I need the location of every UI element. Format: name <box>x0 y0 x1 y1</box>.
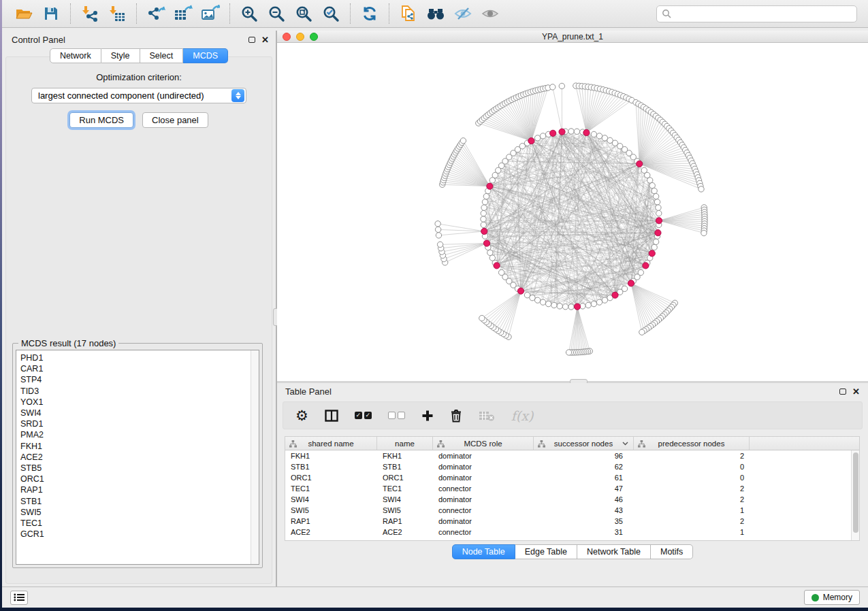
memory-button[interactable]: Memory <box>804 590 860 605</box>
table-row-YOX1[interactable]: YOX1YOX1connector291 <box>285 538 851 540</box>
mcds-result-item[interactable]: RAP1 <box>16 484 259 495</box>
column-header-name[interactable]: name <box>377 437 433 450</box>
network-node[interactable] <box>545 301 551 306</box>
hide-selected-button[interactable] <box>451 3 475 24</box>
mcds-node[interactable] <box>550 130 556 136</box>
mcds-node[interactable] <box>559 129 565 135</box>
network-node[interactable] <box>481 205 487 210</box>
mcds-node[interactable] <box>655 230 661 236</box>
table-row-RAP1[interactable]: RAP1RAP1dominator352 <box>285 516 851 527</box>
network-node[interactable] <box>585 302 591 308</box>
column-header-shared-name[interactable]: shared name <box>285 437 377 450</box>
float-panel-icon[interactable] <box>839 389 846 395</box>
mcds-result-item[interactable]: SRD1 <box>16 418 259 429</box>
mcds-result-item[interactable]: ORC1 <box>16 474 259 484</box>
run-mcds-button[interactable]: Run MCDS <box>69 112 133 128</box>
mcds-result-list[interactable]: PHD1CAR1STP4TID3YOX1SWI4SRD1PMA2FKH1ACE2… <box>16 350 259 565</box>
table-row-FKH1[interactable]: FKH1FKH1dominator962 <box>285 450 851 461</box>
leaf-node[interactable] <box>639 329 645 335</box>
export-network-button[interactable] <box>144 3 168 24</box>
network-node[interactable] <box>482 199 487 205</box>
mcds-result-item[interactable]: STB5 <box>16 463 259 474</box>
tab-mcds[interactable]: MCDS <box>183 48 228 63</box>
save-session-button[interactable] <box>39 3 63 24</box>
float-panel-icon[interactable] <box>248 37 255 43</box>
mcds-result-item[interactable]: SWI4 <box>16 408 259 418</box>
network-node[interactable] <box>540 133 545 139</box>
network-node[interactable] <box>524 293 530 298</box>
search-network-button[interactable] <box>423 3 448 24</box>
close-panel-icon[interactable]: ✕ <box>852 387 860 396</box>
network-node[interactable] <box>568 129 574 134</box>
leaf-node[interactable] <box>479 315 485 320</box>
table-row-SWI4[interactable]: SWI4SWI4dominator462 <box>285 494 851 505</box>
mcds-node[interactable] <box>494 263 500 269</box>
mcds-node[interactable] <box>483 240 489 246</box>
mcds-node[interactable] <box>649 250 655 257</box>
leaf-node[interactable] <box>436 233 441 238</box>
mcds-result-item[interactable]: ACE2 <box>16 452 259 463</box>
network-node[interactable] <box>596 299 602 305</box>
delete-column-button[interactable] <box>450 406 462 426</box>
network-node[interactable] <box>489 255 495 261</box>
network-node[interactable] <box>568 304 574 310</box>
network-node[interactable] <box>487 250 493 255</box>
mcds-node[interactable] <box>574 303 580 310</box>
show-columns-button[interactable] <box>325 406 338 426</box>
network-node[interactable] <box>596 133 602 139</box>
leaf-node[interactable] <box>566 350 571 355</box>
mcds-node[interactable] <box>517 288 524 294</box>
mcds-result-item[interactable]: SWI5 <box>16 507 259 518</box>
close-panel-button[interactable]: Close panel <box>142 112 208 128</box>
export-image-button[interactable] <box>198 3 223 24</box>
network-canvas[interactable] <box>277 43 868 381</box>
table-scrollbar-thumb[interactable] <box>853 452 858 533</box>
network-node[interactable] <box>652 188 657 193</box>
mcds-node[interactable] <box>628 280 634 286</box>
tab-select[interactable]: Select <box>140 48 184 63</box>
network-node[interactable] <box>551 302 557 308</box>
mcds-node[interactable] <box>612 292 618 298</box>
refresh-view-button[interactable] <box>357 3 382 24</box>
network-node[interactable] <box>656 205 661 210</box>
network-node[interactable] <box>481 222 486 227</box>
mcds-result-item[interactable]: TID3 <box>16 386 259 397</box>
leaf-node[interactable] <box>698 186 704 192</box>
column-header-MCDS-role[interactable]: MCDS role <box>433 437 534 450</box>
mcds-result-item[interactable]: YOX1 <box>16 397 259 408</box>
network-node[interactable] <box>481 210 486 216</box>
network-node[interactable] <box>649 182 655 188</box>
network-node[interactable] <box>562 304 568 310</box>
mcds-result-item[interactable]: GCR1 <box>16 529 259 540</box>
network-node[interactable] <box>498 269 504 275</box>
open-file-button[interactable] <box>12 3 36 24</box>
network-node[interactable] <box>557 303 562 309</box>
network-node[interactable] <box>534 135 540 141</box>
column-header-predecessor-nodes[interactable]: predecessor nodes <box>634 437 750 450</box>
network-node[interactable] <box>654 199 660 205</box>
mcds-result-item[interactable]: CAR1 <box>16 363 259 374</box>
network-node[interactable] <box>653 193 658 199</box>
leaf-node[interactable] <box>701 230 707 235</box>
leaf-node[interactable] <box>435 221 440 227</box>
network-node[interactable] <box>602 135 607 141</box>
create-column-button[interactable] <box>421 406 434 426</box>
tab-motifs[interactable]: Motifs <box>651 544 693 559</box>
table-row-STB1[interactable]: STB1STB1dominator620 <box>285 461 851 472</box>
import-table-button[interactable] <box>105 3 129 24</box>
network-node[interactable] <box>483 193 489 199</box>
network-node[interactable] <box>652 244 657 250</box>
table-row-TEC1[interactable]: TEC1TEC1connector472 <box>285 483 851 494</box>
leaf-node[interactable] <box>435 227 440 232</box>
mcds-result-item[interactable]: STB1 <box>16 496 259 507</box>
mcds-result-item[interactable]: STP4 <box>16 374 259 385</box>
leaf-node[interactable] <box>559 83 564 88</box>
tab-network[interactable]: Network <box>50 48 101 63</box>
tab-node-table[interactable]: Node Table <box>452 544 515 559</box>
mcds-result-item[interactable]: TEC1 <box>16 518 259 529</box>
tab-style[interactable]: Style <box>101 48 140 63</box>
network-node[interactable] <box>656 210 662 216</box>
search-input[interactable] <box>675 8 852 19</box>
table-row-SWI5[interactable]: SWI5SWI5connector431 <box>285 505 851 516</box>
leaf-node[interactable] <box>437 242 443 247</box>
